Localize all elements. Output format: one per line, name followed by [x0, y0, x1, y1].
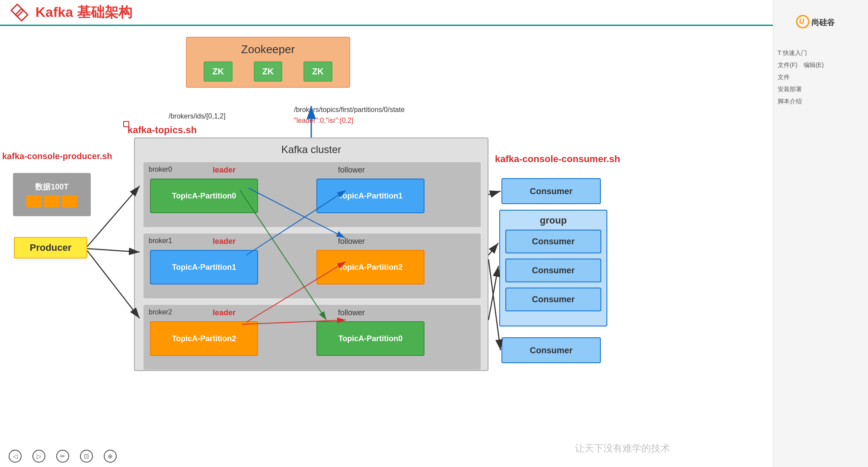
svg-rect-1 — [16, 8, 28, 20]
svg-line-12 — [87, 251, 140, 318]
mini-box-2 — [44, 195, 60, 208]
group-consumers: Consumer Consumer Consumer — [500, 230, 606, 311]
broker0-follower-label: follower — [338, 166, 365, 175]
svg-text:尚硅谷: 尚硅谷 — [811, 18, 835, 27]
broker0-partition-right: TopicA-Partition1 — [316, 179, 424, 213]
broker2-label: broker2 — [149, 308, 172, 316]
zk-node-0: ZK — [204, 61, 233, 82]
page-title: Kafka 基础架构 — [35, 3, 132, 22]
brand-logo: U 尚硅谷 — [778, 4, 864, 41]
nav-prev-icon[interactable]: ◁ — [9, 450, 22, 463]
svg-rect-0 — [11, 4, 23, 16]
mini-box-1 — [26, 195, 42, 208]
menu-item-kuaisu[interactable]: T 快速入门 — [778, 47, 864, 59]
shangguge-logo-icon: U 尚硅谷 — [795, 9, 847, 35]
data-mini-boxes — [26, 195, 77, 208]
svg-text:U: U — [799, 18, 804, 25]
nav-next-icon[interactable]: ▷ — [32, 450, 45, 463]
broker0-leader-label: leader — [213, 166, 236, 175]
kafka-topics-label: kafka-topics.sh — [128, 125, 197, 136]
svg-line-20 — [488, 266, 498, 320]
broker1-leader-label: leader — [213, 237, 236, 246]
kafka-cluster-title: Kafka cluster — [135, 138, 488, 156]
group-consumer-0: Consumer — [505, 230, 601, 253]
broker1-partition-left: TopicA-Partition1 — [150, 250, 258, 285]
nav-copy-icon[interactable]: ⊡ — [80, 450, 93, 463]
broker2-leader-label: leader — [213, 308, 236, 317]
menu-item-file2[interactable]: 文件 — [778, 71, 864, 83]
header: Kafka 基础架构 — [0, 0, 868, 26]
data-box: 数据100T — [13, 173, 91, 216]
nav-zoom-icon[interactable]: ⊕ — [104, 450, 117, 463]
broker0-label: broker0 — [149, 166, 172, 173]
svg-line-19 — [488, 243, 498, 255]
logo-icon — [9, 2, 30, 23]
brokers-topics-path: /brokers/topics/first/partitions/0/state — [294, 106, 405, 114]
group-consumer-2: Consumer — [505, 288, 601, 311]
consumer-group-box: group Consumer Consumer Consumer — [499, 210, 607, 326]
zookeeper-box: Zookeeper ZK ZK ZK — [186, 37, 350, 88]
consumer-below-box: Consumer — [501, 337, 601, 363]
right-panel: U 尚硅谷 T 快速入门 文件(F) 编辑(E) 文件 安装部署 脚本介绍 — [773, 0, 868, 467]
zookeeper-title: Zookeeper — [193, 43, 343, 56]
producer-box: Producer — [14, 237, 87, 259]
menu-item-anzhuang[interactable]: 安装部署 — [778, 83, 864, 96]
group-title: group — [500, 211, 606, 226]
broker2-partition-right: TopicA-Partition0 — [316, 321, 424, 356]
broker0-row: broker0 leader follower TopicA-Partition… — [144, 162, 481, 227]
menu-item-script[interactable]: 脚本介绍 — [778, 96, 864, 108]
broker1-label: broker1 — [149, 237, 172, 245]
mini-box-3 — [62, 195, 77, 208]
kafka-cluster-box: Kafka cluster broker0 leader follower To… — [134, 138, 488, 371]
broker1-follower-label: follower — [338, 237, 365, 246]
nav-edit-icon[interactable]: ✏ — [56, 450, 69, 463]
broker1-row: broker1 leader follower TopicA-Partition… — [144, 234, 481, 298]
zk-node-1: ZK — [254, 61, 283, 82]
broker2-row: broker2 leader follower TopicA-Partition… — [144, 305, 481, 370]
zk-nodes: ZK ZK ZK — [193, 61, 343, 82]
data-label: 数据100T — [35, 182, 68, 192]
broker2-partition-left: TopicA-Partition2 — [150, 321, 258, 356]
kafka-console-consumer-label: kafka-console-consumer.sh — [495, 154, 620, 165]
brokers-ids-path: /brokers/ids/[0,1,2] — [169, 112, 226, 120]
zk-node-2: ZK — [303, 61, 332, 82]
main-content: Zookeeper ZK ZK ZK /brokers/ids/[0,1,2] … — [0, 26, 774, 467]
broker2-follower-label: follower — [338, 308, 365, 317]
svg-line-21 — [488, 259, 501, 350]
right-menu: T 快速入门 文件(F) 编辑(E) 文件 安装部署 脚本介绍 — [778, 47, 864, 108]
svg-line-11 — [87, 249, 140, 252]
svg-line-18 — [488, 191, 501, 195]
kafka-console-producer-label: kafka-console-producer.sh — [2, 151, 112, 161]
leader-isr-path: "leader":0,"isr":[0,2] — [294, 117, 353, 125]
menu-item-file[interactable]: 文件(F) 编辑(E) — [778, 59, 864, 71]
broker1-partition-right: TopicA-Partition2 — [316, 250, 424, 285]
bottom-nav: ◁ ▷ ✏ ⊡ ⊕ — [0, 445, 774, 467]
broker0-partition-left: TopicA-Partition0 — [150, 179, 258, 213]
group-consumer-1: Consumer — [505, 259, 601, 282]
consumer-standalone-box: Consumer — [501, 178, 601, 204]
svg-line-10 — [87, 186, 140, 246]
